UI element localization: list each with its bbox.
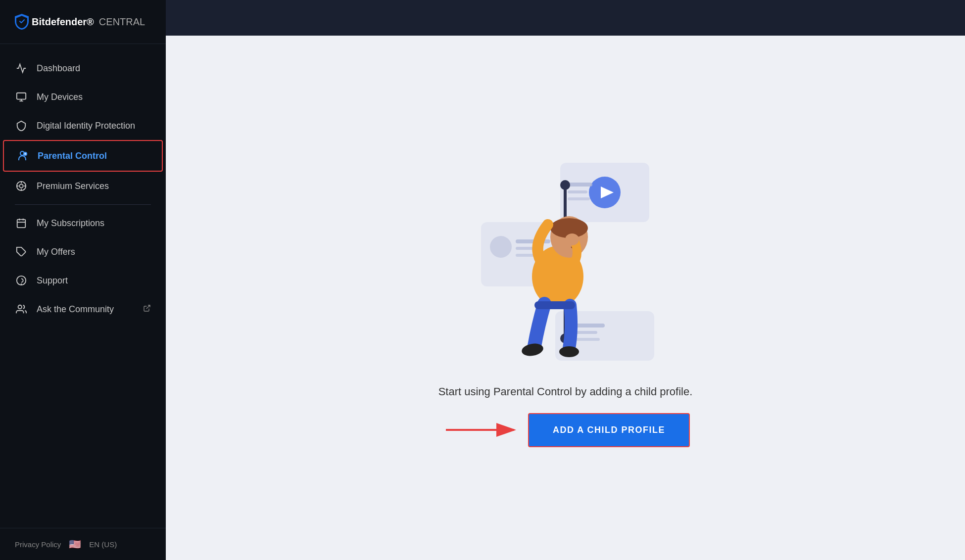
sidebar-header: Bitdefender® CENTRAL (0, 0, 166, 44)
brand-name: Bitdefender® (32, 16, 94, 28)
sidebar: Bitdefender® CENTRAL Dashboard My Device… (0, 0, 166, 560)
sidebar-label-digital-identity: Digital Identity Protection (37, 121, 135, 131)
bitdefender-shield-icon (15, 14, 29, 30)
svg-rect-29 (568, 197, 590, 200)
my-offers-icon (15, 246, 28, 257)
add-child-profile-button[interactable]: ADD A CHILD PROFILE (528, 413, 690, 447)
sidebar-label-my-offers: My Offers (37, 247, 75, 257)
sidebar-item-my-devices[interactable]: My Devices (0, 83, 166, 111)
my-devices-icon (15, 92, 28, 102)
parental-control-empty-state: Start using Parental Control by adding a… (438, 133, 693, 447)
dashboard-icon (15, 63, 28, 74)
illustration-svg (461, 133, 669, 371)
svg-point-31 (490, 236, 512, 258)
parental-control-icon (16, 150, 29, 162)
brand-product: CENTRAL (99, 16, 145, 28)
language-label[interactable]: EN (US) (89, 540, 117, 549)
add-child-profile-container: ADD A CHILD PROFILE (441, 413, 690, 447)
svg-point-10 (19, 184, 23, 187)
sidebar-item-premium-services[interactable]: Premium Services (0, 172, 166, 200)
sidebar-label-premium-services: Premium Services (37, 181, 109, 191)
sidebar-item-ask-community[interactable]: Ask the Community (0, 295, 166, 324)
brand-logo: Bitdefender® CENTRAL (15, 14, 145, 30)
ask-community-left: Ask the Community (15, 304, 114, 315)
svg-point-48 (559, 346, 579, 357)
parental-control-illustration (461, 133, 669, 371)
svg-rect-49 (534, 301, 575, 309)
svg-point-46 (565, 233, 579, 245)
top-bar (166, 0, 965, 36)
sidebar-label-dashboard: Dashboard (37, 63, 80, 74)
digital-identity-icon (15, 120, 28, 131)
svg-point-21 (21, 284, 22, 284)
svg-rect-28 (568, 190, 587, 193)
main-content: Start using Parental Control by adding a… (166, 0, 965, 560)
svg-rect-15 (17, 220, 26, 228)
nav-divider-1 (15, 204, 151, 205)
svg-rect-0 (17, 93, 26, 99)
svg-rect-27 (568, 183, 592, 187)
sidebar-item-digital-identity[interactable]: Digital Identity Protection (0, 111, 166, 140)
sidebar-label-ask-community: Ask the Community (37, 304, 114, 315)
sidebar-item-my-offers[interactable]: My Offers (0, 237, 166, 266)
button-arrow-annotation (441, 420, 520, 440)
ask-community-icon (15, 304, 28, 315)
svg-point-40 (560, 180, 570, 190)
external-link-icon (143, 304, 151, 314)
sidebar-footer: Privacy Policy 🇺🇸 EN (US) (0, 528, 166, 560)
sidebar-item-dashboard[interactable]: Dashboard (0, 54, 166, 83)
premium-services-icon (15, 181, 28, 191)
sidebar-label-my-subscriptions: My Subscriptions (37, 218, 104, 229)
sidebar-label-support: Support (37, 276, 68, 286)
sidebar-label-parental-control: Parental Control (38, 151, 107, 161)
sidebar-nav: Dashboard My Devices Digital Identity Pr… (0, 44, 166, 528)
svg-line-23 (146, 305, 150, 309)
sidebar-item-parental-control[interactable]: Parental Control (3, 140, 163, 172)
sidebar-item-my-subscriptions[interactable]: My Subscriptions (0, 209, 166, 237)
sidebar-item-support[interactable]: Support (0, 266, 166, 295)
cta-text: Start using Parental Control by adding a… (438, 385, 693, 398)
svg-point-22 (18, 305, 22, 309)
support-icon (15, 275, 28, 286)
sidebar-label-my-devices: My Devices (37, 92, 83, 102)
privacy-policy-link[interactable]: Privacy Policy (15, 540, 61, 549)
my-subscriptions-icon (15, 218, 28, 229)
language-flag: 🇺🇸 (69, 538, 81, 550)
